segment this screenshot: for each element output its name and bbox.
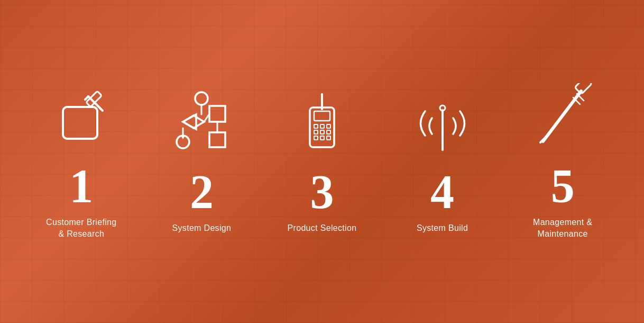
step-3-label: Product Selection (288, 222, 357, 234)
step-1: 1 Customer Briefing& Research (23, 83, 140, 240)
step-3-icon (288, 89, 356, 158)
step-4-number: 4 (430, 168, 454, 216)
svg-rect-22 (327, 130, 330, 134)
svg-rect-19 (327, 124, 330, 128)
svg-rect-0 (63, 107, 97, 139)
step-5-icon (528, 83, 597, 152)
step-2-number: 2 (190, 168, 214, 216)
svg-rect-23 (314, 136, 318, 140)
step-1-number: 1 (69, 163, 93, 210)
step-2: 2 System Design (143, 89, 260, 234)
svg-rect-6 (209, 106, 225, 122)
svg-rect-21 (320, 130, 324, 134)
step-4-label: System Build (417, 222, 468, 234)
step-1-label: Customer Briefing& Research (46, 217, 117, 240)
step-1-icon (47, 83, 116, 152)
background: 1 Customer Briefing& Research (0, 0, 644, 323)
step-5-number: 5 (551, 163, 575, 210)
step-2-label: System Design (172, 222, 232, 234)
step-4-icon (408, 89, 477, 158)
svg-rect-24 (320, 136, 324, 140)
step-4: 4 System Build (384, 89, 501, 234)
svg-point-27 (440, 105, 445, 111)
step-3-number: 3 (310, 168, 334, 216)
svg-line-2 (85, 96, 88, 100)
step-2-icon (167, 89, 236, 158)
svg-rect-29 (575, 83, 592, 94)
svg-rect-17 (314, 124, 318, 128)
svg-marker-13 (181, 136, 185, 139)
steps-container: 1 Customer Briefing& Research (0, 83, 644, 240)
svg-rect-16 (314, 111, 330, 121)
svg-point-4 (195, 92, 208, 105)
svg-rect-25 (327, 136, 330, 140)
svg-rect-3 (86, 91, 102, 107)
svg-line-28 (543, 91, 581, 141)
step-5-label: Management &Maintenance (533, 217, 592, 240)
svg-rect-20 (314, 130, 318, 134)
svg-rect-7 (209, 132, 225, 147)
svg-rect-18 (320, 124, 324, 128)
step-3: 3 Product Selection (264, 89, 380, 234)
step-5: 5 Management &Maintenance (504, 83, 621, 240)
